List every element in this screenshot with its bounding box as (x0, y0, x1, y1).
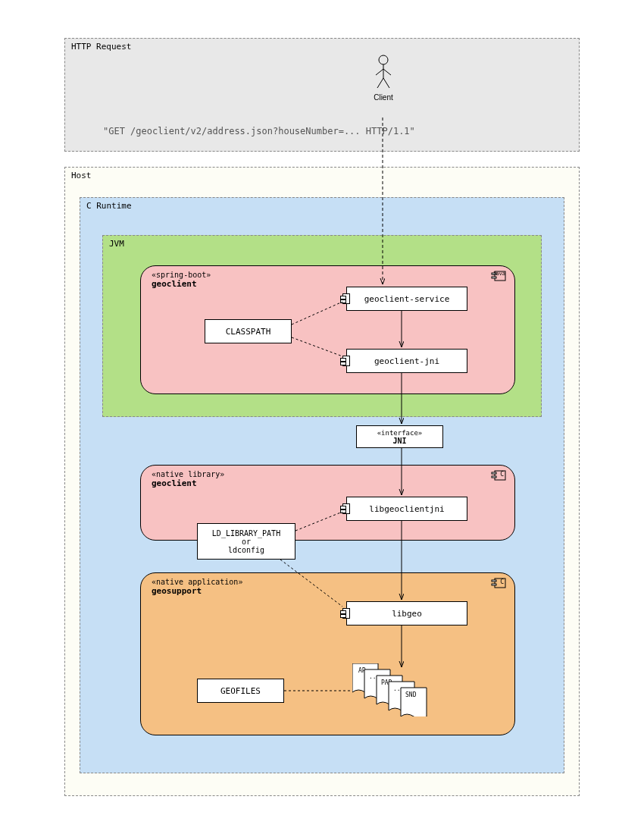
geoclient-jni-box: geoclient-jni (346, 349, 467, 373)
geosupport-name: geosupport (152, 586, 242, 596)
component-icon (342, 503, 350, 514)
svg-rect-14 (492, 584, 496, 585)
svg-rect-10 (492, 472, 496, 474)
svg-point-0 (379, 55, 388, 64)
file-icon: SND (401, 688, 427, 716)
svg-line-2 (376, 69, 383, 75)
libgeoclientjni-box: libgeoclientjni (346, 497, 467, 521)
geoclient-service-box: geoclient-service (346, 287, 467, 311)
c-badge: C (490, 578, 507, 590)
c-badge: C (490, 470, 507, 482)
ldpath-box: LD_LIBRARY_PATH or ldconfig (197, 523, 295, 560)
http-label: HTTP Request (71, 42, 131, 52)
svg-line-5 (383, 78, 389, 88)
nativelib-stereotype: «native library» (152, 470, 224, 478)
svg-rect-11 (492, 476, 496, 478)
java-badge: Java (490, 271, 507, 283)
actor-label: Client (372, 93, 395, 102)
component-icon (342, 608, 350, 619)
svg-rect-13 (492, 580, 496, 582)
springboot-box: «spring-boot» geoclient Java (140, 265, 515, 394)
classpath-box: CLASSPATH (205, 319, 292, 343)
stick-figure-icon (372, 54, 395, 92)
svg-line-4 (377, 78, 383, 88)
svg-text:SND: SND (405, 691, 417, 698)
springboot-name: geoclient (152, 279, 211, 289)
jni-interface-box: «interface» JNI (356, 425, 443, 448)
component-icon (342, 356, 350, 366)
svg-rect-8 (492, 277, 496, 278)
geosupport-stereotype: «native application» (152, 578, 242, 586)
actor-client: Client (372, 54, 395, 102)
cruntime-label: C Runtime (86, 201, 132, 211)
springboot-stereotype: «spring-boot» (152, 271, 211, 279)
host-label: Host (71, 171, 92, 180)
http-request-text: "GET /geoclient/v2/address.json?houseNum… (103, 126, 415, 136)
component-icon (342, 293, 350, 304)
files-stack: AP .... PAD .... SND (352, 663, 466, 720)
geofiles-box: GEOFILES (197, 679, 284, 703)
jvm-label: JVM (109, 239, 124, 249)
http-request-box: HTTP Request Client "GET /geoclient/v2/a… (64, 38, 580, 152)
libgeo-box: libgeo (346, 601, 467, 626)
nativelib-name: geoclient (152, 478, 224, 488)
svg-line-3 (383, 69, 391, 75)
